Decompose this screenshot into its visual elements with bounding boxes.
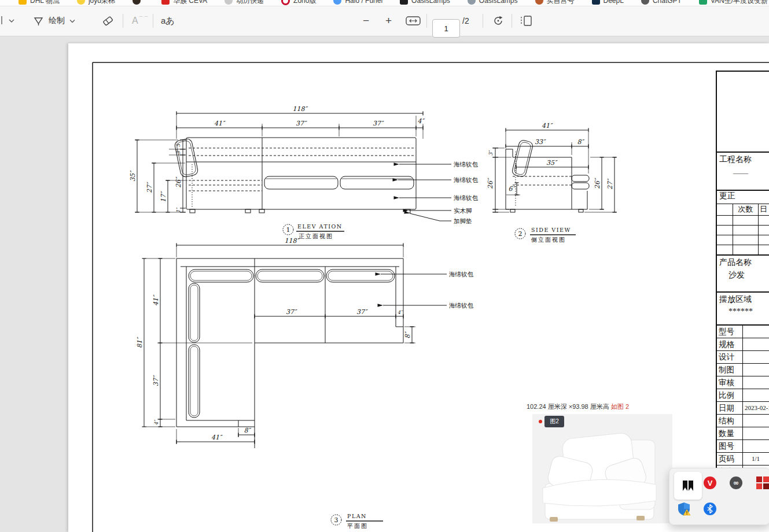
view-number: 2 — [518, 230, 523, 238]
favorite-item[interactable]: DHL 物流 — [19, 0, 60, 6]
fit-width-icon — [406, 16, 421, 26]
zoom-out-button[interactable]: − — [363, 6, 369, 36]
gray-circle-icon — [225, 0, 233, 5]
favorite-label: OasisLamps — [479, 0, 518, 5]
favorite-item[interactable]: ChatGPT — [641, 0, 682, 5]
field-row: 页码1/1 — [717, 453, 769, 466]
favorite-item[interactable] — [133, 0, 144, 5]
eraser-button[interactable] — [102, 6, 115, 36]
draw-button[interactable]: 绘制 — [34, 6, 75, 36]
dim-text: 118″ — [284, 237, 300, 245]
defender-warning-shield-icon[interactable] — [677, 502, 691, 516]
red-badge-icon — [161, 0, 170, 5]
placement-area-label: 摆放区域 — [717, 293, 769, 305]
favorite-item[interactable]: Zoho版 — [281, 0, 316, 6]
dim-text: 26″ — [175, 176, 182, 188]
dim-text: 33″ — [535, 138, 546, 146]
project-name-label: 工程名称 — [717, 153, 769, 165]
revision-label: 更正 — [717, 191, 769, 204]
favorite-item[interactable]: OasisLamps — [400, 0, 450, 5]
dim-text: 8″ — [577, 138, 584, 146]
favorite-label: Zoho版 — [293, 0, 316, 6]
toolbar-divider — [153, 14, 153, 28]
rotate-button[interactable] — [492, 6, 505, 36]
revision-row — [717, 226, 769, 235]
adobe-creative-cloud-icon[interactable]: ∞ — [729, 476, 743, 490]
toolbar-divider — [512, 14, 512, 28]
eraser-icon — [102, 15, 115, 27]
field-row: 审核 — [717, 376, 769, 389]
page-total: /2 — [462, 6, 469, 36]
side-caption: 2 SIDE VIEW 侧立面视图 — [515, 227, 576, 243]
view-title-en: PLAN — [347, 513, 367, 519]
page-view-button[interactable] — [520, 6, 533, 36]
favorite-item[interactable]: 华族 CEVA — [161, 0, 207, 6]
revision-row — [717, 245, 769, 254]
system-tray-flyout: V ∞ — [669, 468, 769, 525]
v-antivirus-icon[interactable]: V — [703, 476, 717, 490]
dim-text: 26″ — [594, 178, 601, 189]
pinned-app-tile[interactable] — [674, 472, 702, 500]
svg-text:V: V — [708, 479, 713, 487]
view-title-en: ELEV ATION — [297, 223, 343, 230]
fit-width-button[interactable] — [406, 6, 421, 36]
revision-row — [717, 235, 769, 245]
dim-text: 41″ — [214, 120, 226, 127]
favorite-item[interactable]: 动历快递 — [225, 0, 264, 6]
favorite-item[interactable]: OasisLamps — [468, 0, 518, 5]
highlighter-button-partial[interactable] — [1, 6, 16, 36]
dim-text: 27″ — [606, 178, 614, 190]
product-name-label: 产品名称 — [717, 256, 769, 268]
bluetooth-icon[interactable] — [703, 502, 717, 516]
callout-text: 加脚垫 — [454, 218, 472, 224]
callout-text: 海绵软包 — [454, 195, 479, 201]
photo-caption: 102.24 厘米深 ×93.98 厘米高 如图 2 — [527, 402, 629, 411]
green-sheet-icon — [699, 0, 707, 5]
pen-icon — [34, 16, 44, 26]
dim-text: 4″ — [153, 419, 159, 425]
photo-badge: 图2 — [544, 416, 564, 427]
translate-button[interactable]: aあ — [161, 6, 175, 36]
dim-text: 41″ — [152, 294, 160, 306]
red-ring-icon — [281, 0, 290, 5]
red-security-grid-icon[interactable] — [756, 476, 769, 490]
title-block: 工程名称 —— 更正 次数日期 产品名称 沙发 摆放区域 ****** 型号 规… — [716, 71, 769, 478]
zoom-in-button[interactable]: + — [385, 6, 392, 36]
dim-text: 41″ — [211, 434, 223, 441]
favorite-item[interactable]: DeepL — [592, 0, 624, 5]
favorites-bar: DHL 物流 joyd采棉 华族 CEVA 动历快递 Zoho版 Halo / … — [0, 0, 769, 6]
pinned-app-icon — [681, 479, 695, 493]
deepl-icon — [592, 0, 600, 5]
favorite-label: VAN生/丰度设变薪 — [711, 0, 768, 6]
plan-view — [144, 245, 447, 448]
dim-text: 3″ — [488, 150, 494, 156]
dark-square-icon — [400, 0, 408, 5]
dim-text: 35″ — [129, 170, 137, 182]
favorite-item[interactable]: joyd采棉 — [77, 0, 115, 6]
read-aloud-button[interactable]: A⌒⌒ — [132, 6, 149, 36]
callout-text: 海绵软包 — [449, 271, 474, 278]
dhl-icon — [19, 0, 27, 5]
project-name-value: —— — [717, 165, 769, 178]
draw-label: 绘制 — [49, 16, 65, 26]
plan-dim-labels: 118″ 81″ 41″ 37″ 4″ 37″ 37″ 4″ 8″ 8″ 41″… — [136, 237, 474, 441]
favorite-item[interactable]: 实自宫号 — [535, 0, 575, 6]
smiley-icon — [77, 0, 85, 5]
dim-text: 118″ — [292, 105, 308, 113]
dim-text: 37″ — [296, 120, 307, 127]
placement-area-value: ****** — [717, 305, 769, 316]
view-number: 3 — [334, 516, 338, 524]
favorite-item[interactable]: VAN生/丰度设变薪 — [699, 0, 768, 6]
dim-text: 37″ — [356, 308, 368, 316]
view-title-zh: 正立面视图 — [299, 233, 333, 239]
favorite-item[interactable]: Halo / Funel — [333, 0, 382, 5]
placement-area-cell: 摆放区域 ****** — [717, 293, 769, 326]
page-number-input[interactable] — [432, 19, 460, 38]
photo-caption-link[interactable]: 如图 2 — [611, 403, 629, 410]
toolbar-divider — [483, 14, 483, 28]
translate-icon: aあ — [161, 16, 175, 27]
dim-text: 41″ — [542, 122, 553, 130]
svg-text:∞: ∞ — [733, 479, 739, 487]
lamp-icon — [535, 0, 543, 5]
view-title-zh: 侧立面视图 — [531, 237, 566, 243]
